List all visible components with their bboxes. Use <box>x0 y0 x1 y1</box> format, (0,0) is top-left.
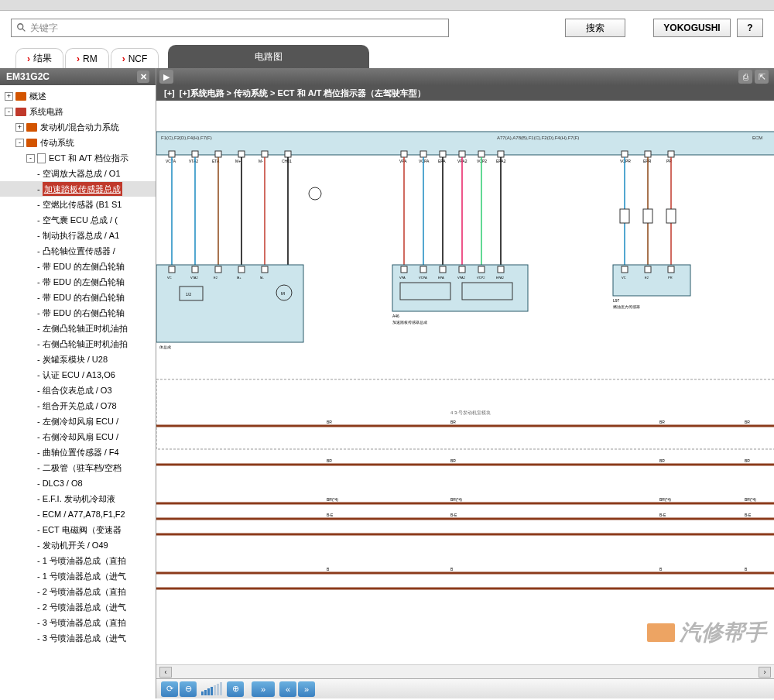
svg-text:BR: BR <box>745 458 750 463</box>
svg-rect-21 <box>285 151 291 157</box>
tree-label: 3 号喷油器总成（直拍 <box>43 616 126 630</box>
tree-item[interactable]: -3 号喷油器总成（进气 <box>0 630 156 646</box>
tree-label: 组合开关总成 / O78 <box>43 399 117 413</box>
chevron-icon: › <box>122 53 125 64</box>
book-icon <box>26 139 37 147</box>
svg-text:BR: BR <box>450 420 456 424</box>
next-button[interactable]: » <box>298 681 315 697</box>
tree-label: 1 号喷油器总成（进气 <box>43 569 126 583</box>
tree-item[interactable]: -加速踏板传感器总成 <box>0 181 156 197</box>
svg-rect-80 <box>645 151 651 157</box>
expand-icon[interactable]: - <box>26 154 35 163</box>
tab-ncf[interactable]: ›NCF <box>111 48 159 68</box>
nav-tree: +概述-系统电路+发动机/混合动力系统-传动系统-ECT 和 A/T 档位指示-… <box>0 85 156 698</box>
expand-icon[interactable]: + <box>15 123 24 132</box>
search-icon <box>16 22 27 33</box>
tree-label: 加速踏板传感器总成 <box>43 182 122 196</box>
expand-icon[interactable]: - <box>5 108 13 116</box>
tab-result[interactable]: ›结果 <box>15 48 63 68</box>
tree-item[interactable]: -空调放大器总成 / O1 <box>0 166 156 181</box>
tree-item[interactable]: -炭罐泵模块 / U28 <box>0 352 156 367</box>
tree-item[interactable]: -空气囊 ECU 总成 / ( <box>0 212 156 228</box>
tree-item[interactable]: -组合仪表总成 / O3 <box>0 383 156 398</box>
tree-label: 曲轴位置传感器 / F4 <box>43 445 119 459</box>
expand-button[interactable]: ⇱ <box>755 70 769 84</box>
tree-item[interactable]: -带 EDU 的左侧凸轮轴 <box>0 259 156 274</box>
print-button[interactable]: ⎙ <box>738 70 752 84</box>
tree-item[interactable]: +发动机/混合动力系统 <box>0 119 156 135</box>
tree-item[interactable]: +概述 <box>0 88 156 104</box>
tree-item[interactable]: -ECT 和 A/T 档位指示 <box>0 150 156 166</box>
fast-forward-button[interactable]: » <box>252 681 275 697</box>
zoom-out-button[interactable]: ⊖ <box>180 681 197 697</box>
scroll-left-icon[interactable]: ‹ <box>159 667 172 678</box>
svg-text:A46: A46 <box>392 314 399 318</box>
tab-circuit[interactable]: 电路图 <box>168 45 369 68</box>
tree-item[interactable]: -组合开关总成 / O78 <box>0 398 156 413</box>
tree-item[interactable]: -1 号喷油器总成（进气 <box>0 568 156 584</box>
tree-item[interactable]: -空燃比传感器 (B1 S1 <box>0 197 156 212</box>
tree-item[interactable]: -左侧冷却风扇 ECU / <box>0 413 156 429</box>
tree-item[interactable]: -1 号喷油器总成（直拍 <box>0 553 156 568</box>
svg-text:BR: BR <box>659 420 665 424</box>
tree-item[interactable]: -ECM / A77,A78,F1,F2 <box>0 506 156 522</box>
search-button[interactable]: 搜索 <box>565 19 625 37</box>
tree-item[interactable]: -左侧凸轮轴正时机油拍 <box>0 321 156 336</box>
expand-icon[interactable]: + <box>5 92 13 101</box>
zoom-in-button[interactable]: ⊕ <box>227 681 244 697</box>
svg-text:VPA2: VPA2 <box>457 276 466 280</box>
tree-item[interactable]: -制动执行器总成 / A1 <box>0 228 156 243</box>
tree-item[interactable]: -曲轴位置传感器 / F4 <box>0 444 156 460</box>
tree-label: 传动系统 <box>40 136 74 149</box>
help-button[interactable]: ? <box>737 19 763 37</box>
svg-text:M-: M- <box>259 159 263 163</box>
search-input[interactable]: 关键字 <box>11 19 449 37</box>
tree-item[interactable]: -右侧冷却风扇 ECU / <box>0 429 156 444</box>
tree-item[interactable]: -右侧凸轮轴正时机油拍 <box>0 336 156 352</box>
tree-label: 带 EDU 的左侧凸轮轴 <box>43 275 125 289</box>
tree-item[interactable]: -带 EDU 的左侧凸轮轴 <box>0 274 156 290</box>
tree-item[interactable]: -二极管（驻车档/空档 <box>0 460 156 475</box>
tree-item[interactable]: -带 EDU 的右侧凸轮轴 <box>0 305 156 321</box>
play-button[interactable]: ▶ <box>159 70 173 84</box>
wiring-diagram[interactable]: F1(C),F2(D),F4(H),F7(F)A77(A),A78(B),F1(… <box>156 101 774 664</box>
tree-label: 认证 ECU / A13,O6 <box>43 368 115 382</box>
tab-rm[interactable]: ›RM <box>65 48 109 68</box>
svg-rect-6 <box>169 151 175 157</box>
tree-item[interactable]: -ECT 电磁阀（变速器 <box>0 522 156 537</box>
zoom-level-indicator[interactable] <box>201 682 222 695</box>
refresh-button[interactable]: ⟳ <box>161 681 178 697</box>
svg-rect-60 <box>401 266 407 273</box>
tree-item[interactable]: -凸轮轴位置传感器 / <box>0 243 156 259</box>
svg-text:BR: BR <box>327 420 332 424</box>
scroll-right-icon[interactable]: › <box>759 667 771 678</box>
tree-item[interactable]: -E.F.I. 发动机冷却液 <box>0 491 156 506</box>
expand-icon[interactable]: - <box>15 139 24 147</box>
tree-label: 发动机开关 / O49 <box>43 538 108 552</box>
svg-text:BR: BR <box>327 458 332 463</box>
yokogushi-button[interactable]: YOKOGUSHI <box>653 19 731 37</box>
tree-item[interactable]: -2 号喷油器总成（直拍 <box>0 584 156 599</box>
svg-rect-87 <box>666 209 676 223</box>
tree-label: ECT 和 A/T 档位指示 <box>49 151 128 165</box>
svg-text:E2: E2 <box>645 276 649 280</box>
tree-item[interactable]: -带 EDU 的右侧凸轮轴 <box>0 290 156 305</box>
close-icon[interactable]: ✕ <box>137 70 149 83</box>
tree-label: 右侧冷却风扇 ECU / <box>43 430 118 444</box>
svg-text:VC: VC <box>622 276 626 280</box>
tree-label: 右侧凸轮轴正时机油拍 <box>43 337 128 351</box>
tree-item[interactable]: -3 号喷油器总成（直拍 <box>0 615 156 630</box>
svg-text:燃油压力传感器: 燃油压力传感器 <box>613 304 640 309</box>
tree-item[interactable]: -发动机开关 / O49 <box>0 537 156 553</box>
tree-item[interactable]: -DLC3 / O8 <box>0 475 156 491</box>
svg-text:CH01: CH01 <box>282 159 292 163</box>
prev-button[interactable]: « <box>279 681 296 697</box>
tree-item[interactable]: -传动系统 <box>0 135 156 150</box>
search-placeholder: 关键字 <box>30 22 58 35</box>
tree-item[interactable]: -认证 ECU / A13,O6 <box>0 367 156 383</box>
content-toolbar: ▶ ⎙ ⇱ <box>156 68 774 85</box>
tree-label: ECM / A77,A78,F1,F2 <box>43 507 125 521</box>
horizontal-scrollbar[interactable]: ‹ › <box>156 664 774 678</box>
tree-item[interactable]: -系统电路 <box>0 104 156 119</box>
tree-item[interactable]: -2 号喷油器总成（进气 <box>0 599 156 615</box>
